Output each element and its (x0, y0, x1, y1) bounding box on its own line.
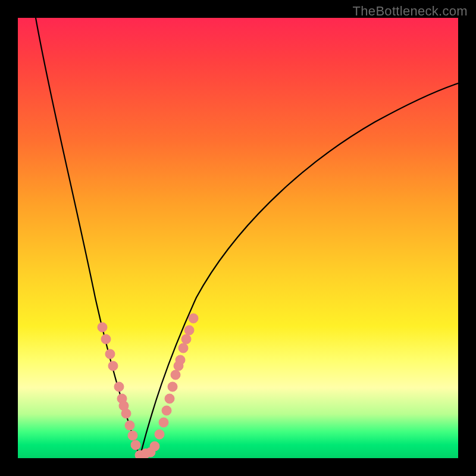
data-dot (155, 430, 164, 439)
data-dot (159, 418, 168, 427)
data-dot (125, 421, 134, 430)
data-dot (181, 334, 191, 344)
data-dot (131, 440, 140, 450)
data-dot (165, 394, 174, 403)
data-dot (189, 314, 198, 323)
chart-frame: TheBottleneck.com (0, 0, 476, 476)
data-dot (101, 334, 111, 344)
data-dot (105, 349, 115, 359)
plot-area (18, 18, 458, 458)
data-dot (114, 382, 124, 392)
curve-left-branch (36, 18, 140, 457)
data-dot (121, 409, 131, 418)
data-dot (150, 441, 159, 451)
chart-svg (18, 18, 458, 458)
data-dot (98, 322, 107, 332)
data-dot (178, 343, 188, 353)
data-dot (128, 431, 137, 440)
data-dot (168, 382, 177, 392)
data-dot (176, 355, 185, 365)
watermark-text: TheBottleneck.com (353, 4, 468, 19)
data-dots-group (98, 314, 198, 458)
curve-right-branch (140, 83, 458, 457)
data-dot (162, 406, 171, 415)
data-dot (108, 361, 118, 371)
data-dot (184, 325, 194, 335)
data-dot (171, 370, 180, 380)
